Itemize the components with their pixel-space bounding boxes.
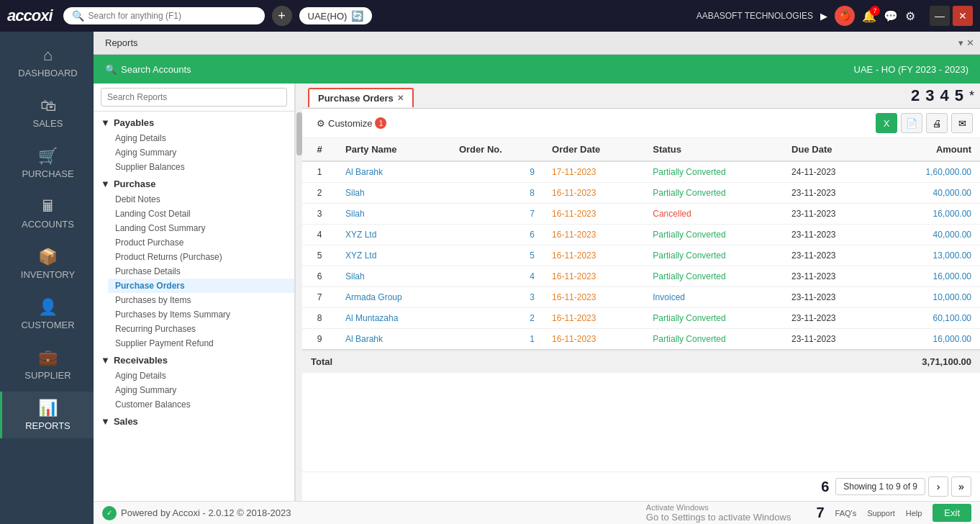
dashboard-icon: ⌂ xyxy=(43,46,53,65)
tab-number-3[interactable]: 3 xyxy=(925,86,934,105)
tree-header-purchase[interactable]: ▼ Purchase xyxy=(94,176,294,192)
sidebar-item-accounts[interactable]: 🖩 ACCOUNTS xyxy=(0,190,94,237)
export-excel-button[interactable]: X xyxy=(876,113,897,133)
cell-party-1[interactable]: Silah xyxy=(337,183,450,204)
minimize-button[interactable]: — xyxy=(930,6,950,26)
col-header-due: Due Date xyxy=(783,138,877,161)
exit-button[interactable]: Exit xyxy=(933,504,971,522)
global-search-bar[interactable]: 🔍 xyxy=(63,7,265,24)
excel-icon: X xyxy=(884,118,890,129)
tree-header-payables[interactable]: ▼ Payables xyxy=(94,114,294,131)
sidebar-item-customer[interactable]: 👤 CUSTOMER xyxy=(0,291,94,338)
cell-amount-0: 1,60,000.00 xyxy=(877,161,980,183)
faq-link[interactable]: FAQ's xyxy=(835,509,857,518)
cell-party-3[interactable]: XYZ Ltd xyxy=(337,225,450,245)
tree-item-aging-details-rec[interactable]: Aging Details xyxy=(108,369,294,383)
page-last-button[interactable]: » xyxy=(951,476,971,497)
add-button[interactable]: + xyxy=(272,6,292,26)
cell-amount-6: 10,000.00 xyxy=(877,287,980,308)
cell-party-5[interactable]: Silah xyxy=(337,266,450,287)
tree-item-purchase-details[interactable]: Purchase Details xyxy=(108,264,294,279)
sidebar-item-supplier[interactable]: 💼 SUPPLIER xyxy=(0,341,94,388)
cell-due-5: 23-11-2023 xyxy=(783,266,877,287)
cell-party-0[interactable]: Al Barahk xyxy=(337,161,450,183)
tree-section-payables: ▼ Payables Aging Details Aging Summary S… xyxy=(94,114,294,174)
collapse-icon-payables: ▼ xyxy=(101,117,110,128)
purchase-orders-table: # Party Name Order No. Order Date Status… xyxy=(302,138,980,373)
tree-item-landing-cost-detail[interactable]: Landing Cost Detail xyxy=(108,207,294,221)
cell-num-7: 8 xyxy=(302,308,337,329)
tab-number-4[interactable]: 4 xyxy=(940,86,948,105)
messages-button[interactable]: 💬 xyxy=(884,9,898,23)
content-tabs: Purchase Orders ✕ 2 3 4 5 * xyxy=(302,83,980,109)
tree-item-recurring-purchases[interactable]: Recurring Purchases xyxy=(108,322,294,336)
cell-party-2[interactable]: Silah xyxy=(337,204,450,225)
tab-number-5[interactable]: 5 xyxy=(955,86,963,105)
customize-button[interactable]: ⚙ Customize 1 xyxy=(309,114,394,132)
table-row: 1 Al Barahk 9 17-11-2023 Partially Conve… xyxy=(302,161,980,183)
tree-item-customer-balances[interactable]: Customer Balances xyxy=(108,397,294,412)
tree-item-landing-cost-summary[interactable]: Landing Cost Summary xyxy=(108,221,294,235)
sidebar-item-inventory[interactable]: 📦 INVENTORY xyxy=(0,240,94,287)
support-link[interactable]: Support xyxy=(867,509,895,518)
tab-close-purchase-orders[interactable]: ✕ xyxy=(397,94,404,103)
tree-item-aging-details-pay[interactable]: Aging Details xyxy=(108,131,294,145)
content-area: Reports ▾ ✕ 🔍 Search Accounts UAE - HO (… xyxy=(94,32,980,524)
col-header-order: Order No. xyxy=(450,138,543,161)
cell-order-8: 1 xyxy=(450,329,543,351)
tree-item-purchases-by-items[interactable]: Purchases by Items xyxy=(108,293,294,307)
cell-num-5: 6 xyxy=(302,266,337,287)
export-pdf-button[interactable]: 📄 xyxy=(901,113,922,133)
settings-button[interactable]: ⚙ xyxy=(905,9,915,23)
cell-date-2: 16-11-2023 xyxy=(543,204,644,225)
powered-by: ✓ Powered by Accoxi - 2.0.12 © 2018-2023 xyxy=(102,506,291,520)
tree-header-sales[interactable]: ▼ Sales xyxy=(94,413,294,430)
col-header-status: Status xyxy=(644,138,783,161)
notifications-button[interactable]: 🔔 7 xyxy=(862,9,876,23)
cell-party-4[interactable]: XYZ Ltd xyxy=(337,245,450,266)
help-link[interactable]: Help xyxy=(906,509,922,518)
tree-scrollbar[interactable] xyxy=(295,83,302,501)
cell-due-6: 23-11-2023 xyxy=(783,287,877,308)
close-button[interactable]: ✕ xyxy=(953,6,973,26)
print-button[interactable]: 🖨 xyxy=(926,113,948,133)
tree-item-product-purchase[interactable]: Product Purchase xyxy=(108,235,294,250)
tab-number-2[interactable]: 2 xyxy=(911,86,920,105)
email-button[interactable]: ✉ xyxy=(951,113,973,133)
sidebar-item-dashboard[interactable]: ⌂ DASHBOARD xyxy=(0,39,94,86)
tree-item-product-returns[interactable]: Product Returns (Purchase) xyxy=(108,250,294,264)
tab-star[interactable]: * xyxy=(969,89,974,104)
sidebar-label-sales: SALES xyxy=(33,118,63,129)
tab-purchase-orders[interactable]: Purchase Orders ✕ xyxy=(308,88,414,107)
tab-options-button[interactable]: ▾ ✕ xyxy=(958,37,974,48)
purchase-label: Purchase xyxy=(114,179,156,189)
sidebar-item-sales[interactable]: 🛍 SALES xyxy=(0,89,94,136)
cell-party-6[interactable]: Armada Group xyxy=(337,287,450,308)
avatar[interactable]: 🍎 xyxy=(835,6,855,26)
search-reports-input[interactable] xyxy=(101,88,287,107)
tree-item-purchase-orders[interactable]: Purchase Orders xyxy=(108,279,294,293)
tree-item-supplier-payment-refund[interactable]: Supplier Payment Refund xyxy=(108,336,294,351)
tree-item-debit-notes[interactable]: Debit Notes xyxy=(108,192,294,207)
page-next-button[interactable]: › xyxy=(928,476,948,497)
tree-item-aging-summary-pay[interactable]: Aging Summary xyxy=(108,145,294,160)
powered-by-text: Powered by Accoxi - 2.0.12 © 2018-2023 xyxy=(121,507,291,518)
cell-party-8[interactable]: Al Barahk xyxy=(337,329,450,351)
cell-party-7[interactable]: Al Muntazaha xyxy=(337,308,450,329)
tree-item-purchases-by-items-summary[interactable]: Purchases by Items Summary xyxy=(108,307,294,322)
sidebar-item-purchase[interactable]: 🛒 PURCHASE xyxy=(0,140,94,186)
tree-item-supplier-balances[interactable]: Supplier Balances xyxy=(108,160,294,174)
total-amount-cell: 3,71,100.00 xyxy=(877,350,980,373)
tree-item-aging-summary-rec[interactable]: Aging Summary xyxy=(108,383,294,397)
tree-section-sales: ▼ Sales xyxy=(94,413,294,430)
sidebar-item-reports[interactable]: 📊 REPORTS xyxy=(0,392,94,438)
company-selector[interactable]: UAE(HO) 🔄 xyxy=(299,7,373,24)
refresh-icon[interactable]: 🔄 xyxy=(351,10,363,22)
status-bar: ✓ Powered by Accoxi - 2.0.12 © 2018-2023… xyxy=(94,501,980,524)
right-panel: Purchase Orders ✕ 2 3 4 5 * xyxy=(302,83,980,501)
global-search-input[interactable] xyxy=(89,11,256,21)
tree-header-receivables[interactable]: ▼ Receivables xyxy=(94,352,294,369)
cell-date-1: 16-11-2023 xyxy=(543,183,644,204)
accounts-icon: 🖩 xyxy=(40,197,56,216)
search-icon: 🔍 xyxy=(72,10,84,22)
